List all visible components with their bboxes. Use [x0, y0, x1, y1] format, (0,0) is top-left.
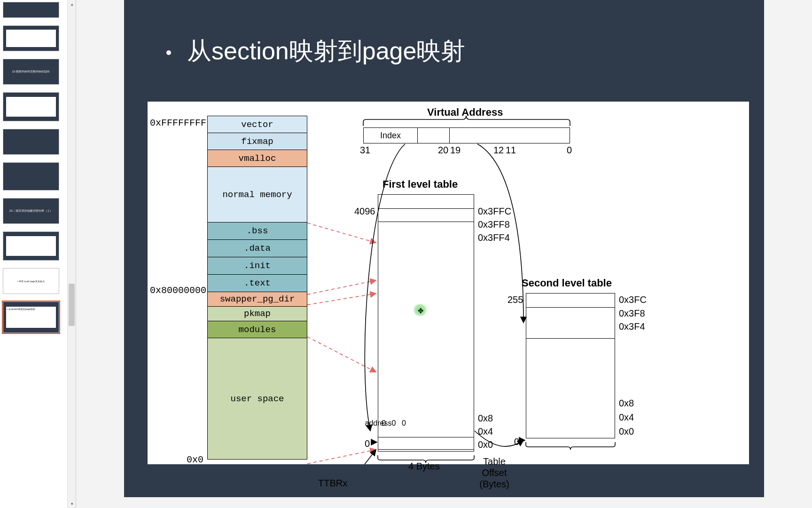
slt-title: Second level table: [522, 277, 612, 289]
thumbnail-label: 22 线性内存和页映内存的划分: [12, 70, 50, 74]
slide-thumbnail[interactable]: 22 线性内存和页映内存的划分: [3, 59, 59, 85]
mm-fixmap: fixmap: [208, 133, 307, 150]
ttbr-label: TTBRx: [318, 478, 347, 489]
memory-map: vector fixmap vmalloc normal memory .bss…: [207, 116, 307, 460]
slide-thumbnail[interactable]: [3, 92, 59, 121]
va-bit-31: 31: [360, 145, 370, 156]
va-bit-0: 0: [567, 145, 572, 156]
mm-normal: normal memory: [208, 167, 307, 222]
mm-label: .text: [244, 278, 271, 288]
slt-off: 0x3F8: [619, 308, 645, 319]
thumbnail-label: • 4KB small page页表格式: [17, 280, 45, 283]
slt-off: 0x4: [619, 412, 634, 423]
flt-off: 0x8: [478, 413, 493, 424]
flt-off: 0x4: [478, 426, 493, 437]
flt-entry-address: address 0 0 0: [378, 423, 474, 437]
mm-label: vmalloc: [239, 153, 276, 164]
addr-mid: 0x80000000: [150, 285, 206, 296]
flt-zero: 0: [365, 438, 370, 449]
second-level-table: [526, 293, 615, 438]
mm-userspace: user space: [208, 338, 307, 459]
svg-line-2: [307, 294, 376, 305]
mm-pkmap: pkmap: [208, 307, 307, 321]
mm-label: vector: [241, 119, 273, 130]
slide-thumbnail[interactable]: [3, 25, 59, 51]
flt-off: 0x3FFC: [478, 206, 511, 217]
slt-off: 0x8: [619, 398, 634, 409]
addr-top: 0xFFFFFFFF: [150, 118, 206, 128]
mm-label: fixmap: [241, 136, 273, 147]
svg-line-1: [307, 280, 376, 294]
first-level-table: [378, 194, 474, 450]
svg-line-3: [307, 337, 376, 372]
flt-off: 0x0: [478, 439, 493, 450]
diagram: 0xFFFFFFFF 0x80000000 0x0 vector fixmap …: [148, 102, 749, 464]
slide-thumbnail[interactable]: [3, 129, 59, 155]
mm-label: .data: [244, 243, 271, 254]
thumbnail-label: 23 二级页表的创建过程分析（上）: [9, 209, 53, 213]
flt-off: 0x3FF8: [478, 219, 510, 230]
flt-count: 4096: [354, 206, 375, 217]
va-bit-11: 11: [506, 145, 516, 156]
slt-off: 0x0: [619, 426, 634, 437]
flt-title: First level table: [383, 178, 458, 190]
va-title: Virtual Address: [427, 106, 503, 119]
slide-title-row: 从section映射到page映射: [166, 35, 465, 68]
slide-thumbnail[interactable]: [3, 231, 59, 261]
slide-thumbnail[interactable]: 23 二级页表的创建过程分析（上）: [3, 198, 59, 224]
scroll-down-icon[interactable]: ▾: [68, 500, 76, 508]
va-bit-20: 20: [438, 145, 448, 156]
mm-label: user space: [230, 394, 284, 404]
flt-col-label: Table Offset (Bytes): [476, 456, 513, 490]
slt-zero: 0: [514, 437, 519, 447]
mm-label: .init: [244, 261, 271, 271]
slide-thumbnail-current[interactable]: • 从section映射到page映射: [3, 302, 59, 333]
mm-label: .bss: [247, 226, 268, 236]
slide-thumbnail[interactable]: • 4KB small page页表格式: [3, 268, 59, 294]
move-cursor-icon: ✥: [418, 307, 424, 315]
mm-label: pkmap: [244, 309, 271, 319]
thumbnail-label: • 从section映射到page映射: [7, 308, 35, 310]
slide-stage: 从section映射到page映射 0xFFFFFFFF 0x80000000 …: [76, 0, 812, 508]
va-field-low: [364, 128, 429, 143]
mm-vmalloc: vmalloc: [208, 150, 307, 167]
slt-count: 255: [508, 294, 523, 305]
mm-text: .text: [208, 275, 307, 292]
slide-thumbnail[interactable]: [3, 2, 59, 18]
slt-off: 0x3FC: [619, 294, 647, 305]
mm-swapper: swapper_pg_dir: [208, 292, 307, 307]
mm-label: modules: [239, 325, 276, 335]
scroll-track[interactable]: [68, 8, 76, 500]
mm-label: swapper_pg_dir: [220, 294, 295, 304]
thumbnail-scrollbar[interactable]: ▴ ▾: [67, 0, 76, 508]
scroll-thumb[interactable]: [69, 284, 75, 326]
slt-off: 0x3F4: [619, 321, 645, 332]
bullet-icon: [166, 50, 171, 55]
flt-width: 4 Bytes: [408, 461, 440, 472]
va-bit-12: 12: [493, 145, 504, 156]
flt-entry-0: [378, 437, 474, 452]
svg-line-0: [307, 223, 376, 243]
flt-off: 0x3FF4: [478, 232, 510, 243]
va-bit-19: 19: [450, 145, 461, 156]
mm-bss: .bss: [208, 222, 307, 240]
virtual-address-box: Index: [363, 127, 570, 143]
mm-init: .init: [208, 257, 307, 275]
slide-thumbnail[interactable]: [3, 162, 59, 190]
slide-title: 从section映射到page映射: [187, 35, 465, 68]
flt-address-bits: 0 0 0: [382, 419, 408, 428]
mm-label: normal memory: [222, 190, 292, 200]
mm-data: .data: [208, 240, 307, 257]
slide-thumbnail-rail: 22 线性内存和页映内存的划分 23 二级页表的创建过程分析（上） • 4KB …: [0, 0, 76, 508]
scroll-up-icon[interactable]: ▴: [68, 0, 76, 8]
mm-modules: modules: [208, 321, 307, 338]
mm-vector: vector: [208, 116, 307, 133]
addr-bot: 0x0: [187, 454, 203, 465]
slide: 从section映射到page映射 0xFFFFFFFF 0x80000000 …: [124, 0, 764, 497]
svg-line-4: [307, 450, 376, 464]
